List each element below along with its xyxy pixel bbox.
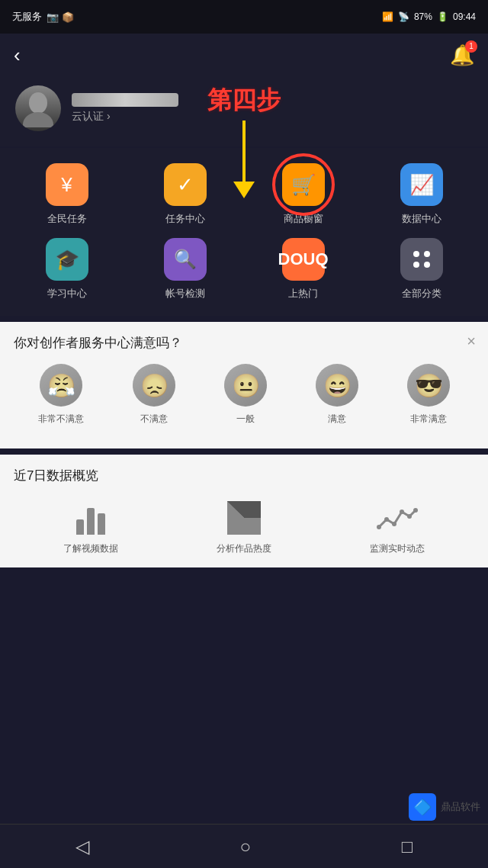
emoji-label-2: 不满意 (140, 413, 168, 426)
bar-chart-icon (68, 497, 114, 535)
bottom-nav: ◁ ○ □ (0, 824, 488, 868)
status-left: 无服务 📷 📦 (12, 10, 74, 24)
watermark-text: 鼎品软件 (441, 800, 480, 814)
svg-point-10 (392, 522, 396, 526)
cloud-cert[interactable]: 云认证 › (72, 110, 178, 124)
data-label-video: 了解视频数据 (63, 542, 118, 555)
svg-point-0 (29, 92, 47, 114)
menu-item-xuexi[interactable]: 🎓 学习中心 (8, 238, 126, 301)
emoji-label-3: 一般 (236, 413, 255, 426)
svg-point-12 (407, 514, 412, 519)
annotation-arrow (207, 121, 281, 198)
emoji-face-5: 😎 (407, 364, 450, 407)
svg-point-13 (413, 508, 418, 513)
zhanghao-label: 帐号检测 (165, 287, 205, 301)
emoji-face-3: 😐 (224, 364, 267, 407)
watermark: 🔷 鼎品软件 (409, 793, 480, 821)
home-nav-button[interactable]: ○ (239, 836, 251, 857)
svg-point-8 (377, 525, 381, 529)
battery-text: 87% (414, 11, 432, 22)
svg-point-11 (400, 510, 404, 514)
shangpin-label: 商品橱窗 (284, 212, 323, 226)
time-text: 09:44 (453, 11, 476, 22)
data-card-video[interactable]: 了解视频数据 (63, 497, 118, 555)
svg-point-5 (424, 262, 430, 268)
menu-item-shuju[interactable]: 📈 数据中心 (362, 163, 480, 226)
emoji-happy[interactable]: 😄 满意 (316, 364, 358, 426)
zhanghao-icon: 🔍 (164, 238, 207, 281)
emoji-neutral[interactable]: 😐 一般 (224, 364, 267, 426)
menu-item-zhanghao[interactable]: 🔍 帐号检测 (126, 238, 244, 301)
avatar-image (15, 85, 61, 131)
annotation-container: 第四步 (207, 84, 281, 198)
svg-point-2 (413, 251, 419, 257)
svg-point-3 (424, 251, 430, 257)
data-card-heat[interactable]: 分析作品热度 (217, 497, 271, 555)
wifi-icon: 📡 (398, 11, 409, 22)
shuju-label: 数据中心 (402, 212, 441, 226)
xuexi-icon: 🎓 (46, 238, 88, 281)
remen-label: 上热门 (288, 287, 318, 301)
remen-icon: DОUQ (282, 238, 325, 281)
quanmin-label: 全民任务 (47, 212, 87, 226)
bell-container[interactable]: 🔔 1 (450, 43, 474, 67)
menu-item-fenlei[interactable]: 全部分类 (362, 238, 480, 301)
renwu-label: 任务中心 (165, 212, 205, 226)
emoji-face-4: 😄 (316, 364, 358, 407)
emoji-very-happy[interactable]: 😎 非常满意 (407, 364, 450, 426)
menu-item-quanmin[interactable]: ¥ 全民任务 (8, 163, 126, 226)
fenlei-label: 全部分类 (402, 287, 441, 301)
step-label: 第四步 (207, 84, 281, 117)
back-button[interactable]: ‹ (14, 43, 21, 67)
signal-icons: 📷 📦 (47, 11, 74, 23)
shangpin-icon: 🛒 (282, 163, 325, 206)
data-cards: 了解视频数据 分析作品热度 (14, 497, 474, 555)
svg-point-4 (413, 262, 419, 268)
survey-section: 你对创作者服务中心满意吗？ × 😤 非常不满意 😞 不满意 😐 一般 😄 满意 … (0, 322, 488, 448)
profile-info: 云认证 › (72, 93, 178, 124)
header: ‹ 🔔 1 (0, 34, 488, 76)
data-section-title: 近7日数据概览 (14, 467, 474, 484)
back-nav-button[interactable]: ◁ (75, 836, 89, 857)
profile-name-bar (72, 93, 178, 107)
emoji-label-4: 满意 (328, 413, 346, 426)
emoji-face-2: 😞 (133, 364, 175, 407)
cloud-cert-label: 云认证 › (72, 110, 111, 124)
signal-icon: 📶 (382, 11, 393, 22)
status-bar: 无服务 📷 📦 📶 📡 87% 🔋 09:44 (0, 0, 488, 34)
renwu-icon: ✓ (164, 163, 207, 206)
emoji-row: 😤 非常不满意 😞 不满意 😐 一般 😄 满意 😎 非常满意 (14, 364, 474, 426)
data-section: 近7日数据概览 了解视频数据 分析作品热度 (0, 455, 488, 567)
carrier-text: 无服务 (12, 10, 42, 24)
menu-item-remen[interactable]: DОUQ 上热门 (244, 238, 362, 301)
pie-chart-icon (221, 497, 267, 535)
quanmin-icon: ¥ (46, 163, 88, 206)
survey-close-button[interactable]: × (467, 333, 476, 350)
data-card-realtime[interactable]: 监测实时动态 (370, 497, 425, 555)
xuexi-label: 学习中心 (47, 287, 87, 301)
shuju-icon: 📈 (400, 163, 443, 206)
emoji-unhappy[interactable]: 😞 不满意 (133, 364, 175, 426)
fenlei-icon (400, 238, 443, 281)
emoji-label-5: 非常满意 (410, 413, 447, 426)
arrow-head (233, 182, 255, 198)
recent-nav-button[interactable]: □ (402, 836, 413, 857)
data-label-heat: 分析作品热度 (217, 542, 271, 555)
bell-badge: 1 (465, 40, 477, 53)
survey-title: 你对创作者服务中心满意吗？ (14, 334, 474, 352)
avatar[interactable] (15, 85, 61, 131)
battery-icon: 🔋 (437, 11, 448, 22)
data-label-realtime: 监测实时动态 (370, 542, 425, 555)
arrow-line (242, 121, 246, 182)
emoji-label-1: 非常不满意 (38, 413, 84, 426)
watermark-icon: 🔷 (409, 793, 436, 821)
svg-point-9 (384, 517, 389, 522)
status-right: 📶 📡 87% 🔋 09:44 (382, 11, 476, 22)
svg-point-1 (23, 112, 53, 127)
emoji-very-unhappy[interactable]: 😤 非常不满意 (38, 364, 84, 426)
emoji-face-1: 😤 (40, 364, 82, 407)
line-chart-icon (374, 497, 420, 535)
